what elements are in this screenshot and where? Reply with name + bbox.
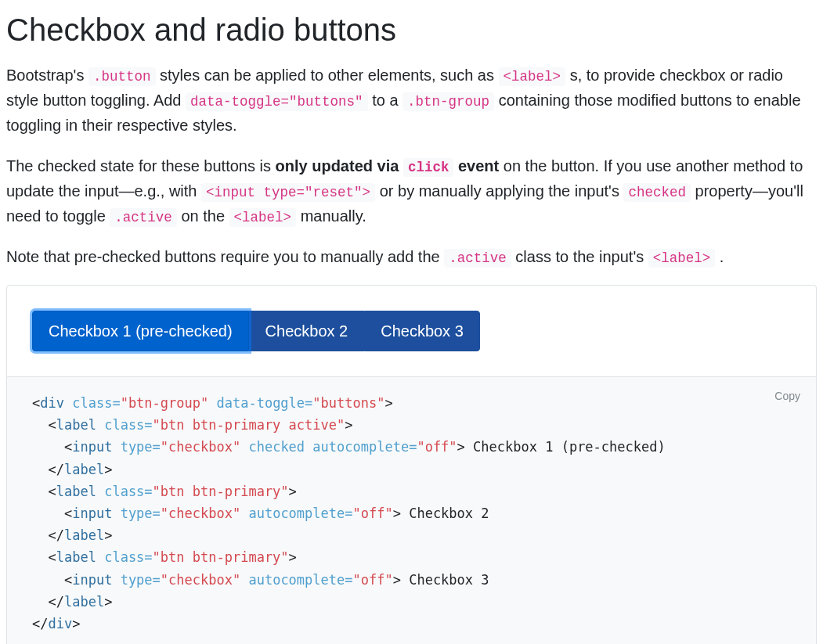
checkbox-label: Checkbox 1 (pre-checked) [49, 322, 233, 340]
code-label: <label> [229, 208, 297, 227]
checkbox-button-2[interactable]: Checkbox 2 [249, 311, 365, 351]
text: Bootstrap's [6, 67, 88, 84]
bold-text: only updated via click event [276, 157, 500, 174]
text: to a [372, 92, 402, 109]
text: styles can be applied to other elements,… [160, 67, 498, 84]
code-btn-group: .btn-group [402, 92, 494, 111]
code-data-toggle: data-toggle="buttons" [186, 92, 368, 111]
code-label: <label> [499, 67, 566, 86]
code-label: <label> [648, 249, 716, 268]
copy-button[interactable]: Copy [768, 387, 807, 405]
code-click: click [403, 158, 454, 177]
text: Note that pre-checked buttons require yo… [6, 248, 444, 265]
text: . [720, 248, 724, 265]
code-checked: checked [623, 183, 691, 202]
text: manually. [301, 207, 366, 225]
section-heading: Checkbox and radio buttons [6, 6, 817, 53]
code-input-reset: <input type="reset"> [201, 183, 375, 202]
button-group: Checkbox 1 (pre-checked) Checkbox 2 Chec… [32, 311, 480, 351]
code-content: <div class="btn-group" data-toggle="butt… [32, 395, 666, 631]
text: The checked state for these buttons is [6, 157, 276, 174]
checkbox-label: Checkbox 2 [265, 322, 348, 340]
code-pre: <div class="btn-group" data-toggle="butt… [32, 393, 791, 635]
checkbox-label: Checkbox 3 [381, 322, 464, 340]
paragraph-3: Note that pre-checked buttons require yo… [6, 244, 817, 269]
checkbox-button-1[interactable]: Checkbox 1 (pre-checked) [32, 311, 249, 351]
paragraph-1: Bootstrap's .button styles can be applie… [6, 63, 817, 138]
code-active: .active [110, 208, 177, 227]
code-active: .active [444, 249, 511, 268]
text: or by manually applying the input's [380, 182, 624, 200]
example-box: Checkbox 1 (pre-checked) Checkbox 2 Chec… [6, 285, 817, 377]
code-button: .button [88, 67, 156, 86]
paragraph-2: The checked state for these buttons is o… [6, 153, 817, 228]
checkbox-button-3[interactable]: Checkbox 3 [364, 311, 480, 351]
text: class to the input's [515, 248, 648, 265]
text: on the [181, 207, 229, 225]
code-block: Copy <div class="btn-group" data-toggle=… [6, 377, 817, 644]
